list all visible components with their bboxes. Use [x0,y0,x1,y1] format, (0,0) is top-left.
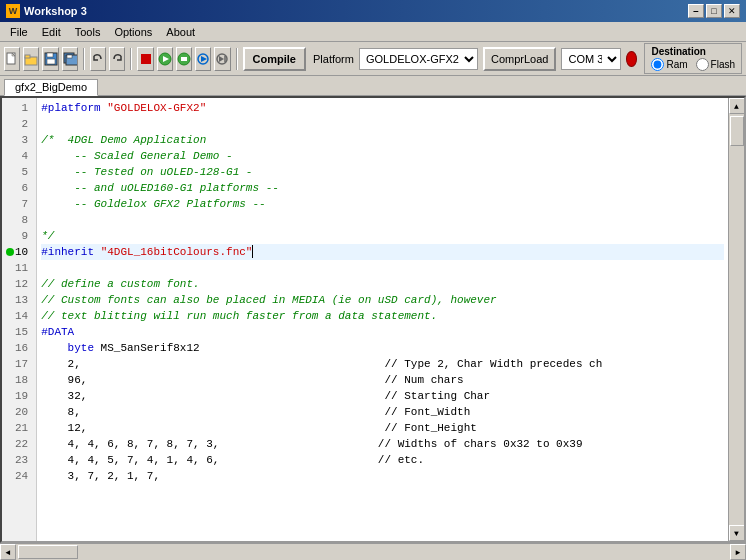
code-line: -- Goldelox GFX2 Platforms -- [41,196,724,212]
code-line: #DATA [41,324,724,340]
line-number: 6 [6,180,32,196]
menu-file[interactable]: File [4,25,34,39]
debug-button[interactable] [195,47,211,71]
code-line: -- Tested on uOLED-128-G1 - [41,164,724,180]
line-number: 14 [6,308,32,324]
editor-container: 123456789101112131415161718192021222324 … [0,96,746,543]
tab-gfx2bigdemo[interactable]: gfx2_BigDemo [4,79,98,96]
scroll-right-button[interactable]: ► [730,544,746,560]
minimize-button[interactable]: ‒ [688,4,704,18]
scroll-thumb-v[interactable] [730,116,744,146]
code-line: // Custom fonts can also be placed in ME… [41,292,724,308]
menu-options[interactable]: Options [108,25,158,39]
menu-edit[interactable]: Edit [36,25,67,39]
code-line: -- and uOLED160-G1 platforms -- [41,180,724,196]
line-number: 13 [6,292,32,308]
line-number: 18 [6,372,32,388]
undo-button[interactable] [90,47,106,71]
code-line [41,116,724,132]
saveall-button[interactable] [62,47,78,71]
open-button[interactable] [23,47,39,71]
scroll-thumb-h[interactable] [18,545,78,559]
line-number: 1 [6,100,32,116]
destination-options: Ram Flash [651,58,735,71]
menu-about[interactable]: About [160,25,201,39]
menu-tools[interactable]: Tools [69,25,107,39]
dest-flash-radio[interactable] [696,58,709,71]
code-line: 4, 4, 5, 7, 4, 1, 4, 6, // etc. [41,452,724,468]
save-button[interactable] [42,47,58,71]
window-title: Workshop 3 [24,5,87,17]
line-number: 22 [6,436,32,452]
code-line: // define a custom font. [41,276,724,292]
scroll-up-button[interactable]: ▲ [729,98,745,114]
line-number: 15 [6,324,32,340]
line-number: 3 [6,132,32,148]
line-number: 5 [6,164,32,180]
line-number: 4 [6,148,32,164]
toolbar-sep-2 [130,48,132,70]
platform-select[interactable]: GOLDELOX-GFX2GOLDELOX-SPEPICASO-GFX2 [359,48,478,70]
scroll-down-button[interactable]: ▼ [729,525,745,541]
code-line: /* 4DGL Demo Application [41,132,724,148]
line-number: 2 [6,116,32,132]
scrollbar-vertical[interactable]: ▲ ▼ [728,98,744,541]
app-icon: W [6,4,20,18]
run-button[interactable] [157,47,173,71]
step-button[interactable] [214,47,230,71]
close-button[interactable]: ✕ [724,4,740,18]
code-line: 8, // Font_Width [41,404,724,420]
new-button[interactable] [4,47,20,71]
comprload-button[interactable]: ComprLoad [483,47,556,71]
com-select[interactable]: COM 1COM 2COM 3COM 4 [561,48,621,70]
code-line: */ [41,228,724,244]
line-number: 17 [6,356,32,372]
svg-marker-16 [201,56,207,62]
dest-ram-label: Ram [666,59,687,70]
svg-rect-5 [47,53,53,57]
svg-rect-3 [25,55,30,58]
compile-button[interactable]: Compile [243,47,306,71]
line-number: 20 [6,404,32,420]
toolbar: Compile Platform GOLDELOX-GFX2GOLDELOX-S… [0,42,746,76]
scroll-track-h[interactable] [16,544,730,560]
scroll-track-v[interactable] [729,114,745,525]
maximize-button[interactable]: □ [706,4,722,18]
code-line: 12, // Font_Height [41,420,724,436]
line-number: 9 [6,228,32,244]
line-numbers: 123456789101112131415161718192021222324 [2,98,37,541]
dest-ram-radio[interactable] [651,58,664,71]
destination-title: Destination [651,46,735,57]
code-line: 32, // Starting Char [41,388,724,404]
code-line [41,260,724,276]
code-line: #inherit "4DGL_16bitColours.fnc" [41,244,724,260]
toolbar-sep-3 [236,48,238,70]
code-line: -- Scaled General Demo - [41,148,724,164]
code-line: 2, // Type 2, Char Width precedes ch [41,356,724,372]
scroll-left-button[interactable]: ◄ [0,544,16,560]
line-number: 21 [6,420,32,436]
line-number: 12 [6,276,32,292]
stop-button[interactable] [137,47,153,71]
svg-rect-10 [141,54,151,64]
scrollbar-horizontal-container: ◄ ► [0,543,746,560]
code-line: // text blitting will run much faster fr… [41,308,724,324]
code-line: #platform "GOLDELOX-GFX2" [41,100,724,116]
line-number: 7 [6,196,32,212]
svg-rect-6 [47,59,55,64]
code-line: 96, // Num chars [41,372,724,388]
tab-bar: gfx2_BigDemo [0,76,746,96]
line-number: 19 [6,388,32,404]
build-button[interactable] [176,47,192,71]
dest-flash-option[interactable]: Flash [696,58,735,71]
line-number: 11 [6,260,32,276]
svg-rect-14 [181,57,187,61]
code-line: 3, 7, 2, 1, 7, [41,468,724,484]
code-line: byte MS_5anSerif8x12 [41,340,724,356]
code-area[interactable]: #platform "GOLDELOX-GFX2" /* 4DGL Demo A… [37,98,728,541]
dest-ram-option[interactable]: Ram [651,58,687,71]
code-line: 4, 4, 6, 8, 7, 8, 7, 3, // Widths of cha… [41,436,724,452]
line-number: 16 [6,340,32,356]
svg-rect-9 [67,55,72,58]
redo-button[interactable] [109,47,125,71]
